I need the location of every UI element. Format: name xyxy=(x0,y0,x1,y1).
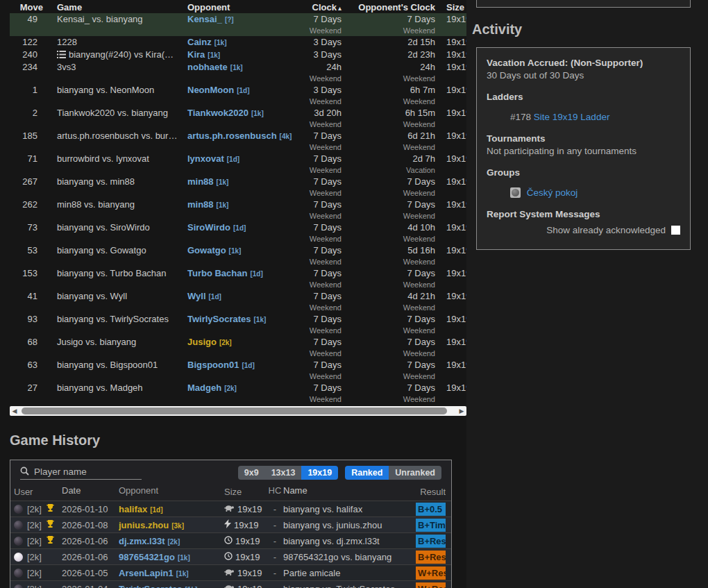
search-icon xyxy=(20,467,33,478)
game-row[interactable]: 73bianyang vs. SiroWirdoSiroWirdo[1d]7 D… xyxy=(10,221,466,244)
game-name: 1228 xyxy=(47,36,183,49)
game-row[interactable]: 1221228Cainz[1k]3 Days2d 15h19x19 xyxy=(10,36,466,49)
history-row[interactable]: [2k]2026-01-04TwirlySocrates[1k]19x19-bi… xyxy=(10,580,451,588)
game-row[interactable]: 267bianyang vs. min88min88[1k]7 DaysWeek… xyxy=(10,176,466,199)
opponent-link[interactable]: Bigspoon01 xyxy=(187,360,239,370)
opponent-link[interactable]: TwirlySocrates xyxy=(119,584,183,588)
game-row[interactable]: 53bianyang vs. GowatgoGowatgo[1k]7 DaysW… xyxy=(10,244,466,267)
game-row[interactable]: 27bianyang vs. MadgehMadgeh[2k]7 DaysWee… xyxy=(10,382,466,405)
player-search-input[interactable] xyxy=(33,466,140,478)
history-row[interactable]: [2k]2026-01-05ArsenLapin1[1k]19x19-Parti… xyxy=(10,564,451,580)
opponent-link[interactable]: Gowatgo xyxy=(187,245,226,255)
clock-sub: Weekend xyxy=(293,96,342,107)
game-row[interactable]: 240bianyang(#240) vs Kira(…Kira[1k]3 Day… xyxy=(10,49,466,61)
opponent-link[interactable]: ArsenLapin1 xyxy=(119,568,174,578)
opponent-link[interactable]: halifax xyxy=(119,504,147,514)
clock-main: 7 Days xyxy=(293,382,342,394)
opponent-link[interactable]: Cainz xyxy=(187,37,212,47)
history-header-name[interactable]: Name xyxy=(283,485,418,498)
history-header-date[interactable]: Date xyxy=(62,485,119,498)
game-row[interactable]: 2343vs3nobhaete[1k]24hWeekend24hWeekend1… xyxy=(10,61,466,84)
opponent-link[interactable]: dj.zmx.l33t xyxy=(119,536,165,546)
group-link[interactable]: Český pokoj xyxy=(527,187,578,198)
correspondence-icon xyxy=(224,584,235,588)
game-name: bianyang vs. TwirlySocrates xyxy=(47,313,183,336)
user-cell: [2k] xyxy=(10,519,62,530)
history-header-opponent[interactable]: Opponent xyxy=(119,485,224,498)
size-cell: 19x19 xyxy=(224,536,267,546)
opponent-rank: [3k] xyxy=(171,522,184,530)
opponent-clock: 6h 15mWeekend xyxy=(343,107,442,130)
opponent-link[interactable]: Madgeh xyxy=(187,383,221,393)
game-row[interactable]: 2Tiankwok2020 vs. bianyangTiankwok2020[1… xyxy=(10,107,466,130)
clock-main: 6h 15m xyxy=(343,107,435,119)
game-name-text: artus.ph.rosenbusch vs. bur… xyxy=(57,131,177,141)
opponent-link[interactable]: junius.zhou xyxy=(119,520,169,530)
opponent-link[interactable]: NeonMoon xyxy=(187,85,234,95)
header-opponents-clock[interactable]: Opponent's Clock xyxy=(343,2,442,12)
history-row[interactable]: [2k]2026-01-10halifax[1d]19x19-bianyang … xyxy=(10,501,451,516)
header-clock[interactable]: Clock▴ xyxy=(293,2,343,12)
history-header-user[interactable]: User xyxy=(10,485,62,498)
filter-ranked[interactable]: Ranked xyxy=(345,466,389,480)
horizontal-scrollbar[interactable]: ◀ ▶ xyxy=(10,406,466,416)
game-row[interactable]: 68Jusigo vs. bianyangJusigo[2k]7 DaysWee… xyxy=(10,336,466,359)
history-row[interactable]: [2k]2026-01-08junius.zhou[3k]19x19-biany… xyxy=(10,516,451,532)
history-header-size[interactable]: Size xyxy=(224,485,267,498)
history-row[interactable]: [2k]2026-01-06987654321go[1k]19x19-98765… xyxy=(10,548,451,564)
game-row[interactable]: 71burrowbird vs. lynxovatlynxovat[1d]7 D… xyxy=(10,153,466,176)
game-row[interactable]: 41bianyang vs. WyllWyll[1d]7 DaysWeekend… xyxy=(10,290,466,313)
show-acknowledged-checkbox[interactable] xyxy=(671,226,680,235)
filter-unranked[interactable]: Unranked xyxy=(389,466,441,480)
history-row[interactable]: [2k]2026-01-06dj.zmx.l33t[2k]19x19-biany… xyxy=(10,532,451,548)
opponent-link[interactable]: min88 xyxy=(187,176,214,187)
game-row[interactable]: 153bianyang vs. Turbo BachanTurbo Bachan… xyxy=(10,267,466,290)
header-game[interactable]: Game xyxy=(47,2,183,12)
filter-13x13[interactable]: 13x13 xyxy=(265,466,302,480)
opponent-cell: SiroWirdo[1d] xyxy=(183,221,293,244)
game-name: bianyang vs. SiroWirdo xyxy=(47,221,183,244)
history-header-result[interactable]: Result xyxy=(418,485,446,498)
opponent-link[interactable]: 987654321go xyxy=(119,552,175,562)
player-search[interactable] xyxy=(20,466,142,480)
opponent-link[interactable]: lynxovat xyxy=(187,153,224,164)
header-move[interactable]: Move xyxy=(10,2,47,12)
ladder-link[interactable]: Site 19x19 Ladder xyxy=(534,112,610,122)
filter-9x9[interactable]: 9x9 xyxy=(238,466,265,480)
opponent-link[interactable]: TwirlySocrates xyxy=(187,314,251,324)
handicap: - xyxy=(267,552,283,562)
history-header-hc[interactable]: HC xyxy=(267,485,283,498)
size-cell: 19x19 xyxy=(224,504,267,514)
opponent-link[interactable]: nobhaete xyxy=(187,62,228,72)
filter-19x19[interactable]: 19x19 xyxy=(301,466,338,480)
opponent-link[interactable]: artus.ph.rosenbusch xyxy=(187,131,277,141)
header-opponent[interactable]: Opponent xyxy=(183,2,293,12)
scrollbar-thumb[interactable] xyxy=(22,408,447,414)
opponent-link[interactable]: Turbo Bachan xyxy=(187,268,247,278)
scroll-right-icon[interactable]: ▶ xyxy=(457,406,466,416)
game-row[interactable]: 63bianyang vs. Bigspoon01Bigspoon01[1d]7… xyxy=(10,359,466,382)
opponent-link[interactable]: min88 xyxy=(187,199,214,210)
sidebar-top-panel xyxy=(476,0,691,8)
result-badge: W+Res xyxy=(416,582,446,588)
move-count: 49 xyxy=(10,13,47,36)
game-row[interactable]: 185artus.ph.rosenbusch vs. bur…artus.ph.… xyxy=(10,130,466,153)
opponent-link[interactable]: Kira xyxy=(187,49,205,60)
opponent-link[interactable]: Wyll xyxy=(187,291,206,301)
player-clock: 7 DaysWeekend xyxy=(293,153,343,176)
opponent-link[interactable]: SiroWirdo xyxy=(187,222,230,233)
opponent-link[interactable]: Kensai_ xyxy=(187,14,222,24)
game-row[interactable]: 93bianyang vs. TwirlySocratesTwirlySocra… xyxy=(10,313,466,336)
scrollbar-track[interactable] xyxy=(19,406,457,416)
player-clock: 7 DaysWeekend xyxy=(293,13,343,36)
scroll-left-icon[interactable]: ◀ xyxy=(10,406,19,416)
header-size[interactable]: Size xyxy=(442,2,466,12)
game-row[interactable]: 1bianyang vs. NeonMoonNeonMoon[1d]3 Days… xyxy=(10,84,466,107)
game-row[interactable]: 49Kensai_ vs. bianyangKensai_[?]7 DaysWe… xyxy=(10,13,466,36)
game-row[interactable]: 262min88 vs. bianyangmin88[1k]7 DaysWeek… xyxy=(10,199,466,221)
opponent-link[interactable]: Tiankwok2020 xyxy=(187,108,248,118)
game-name: 987654321go vs. bianyang xyxy=(283,552,416,562)
move-count: 262 xyxy=(10,199,47,221)
opponent-link[interactable]: Jusigo xyxy=(187,337,217,347)
clock-main: 3 Days xyxy=(293,49,342,60)
